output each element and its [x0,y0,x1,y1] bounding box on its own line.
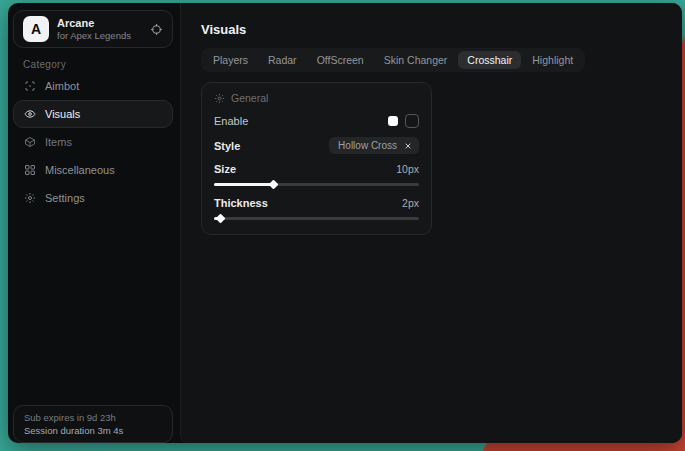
tab-highlight[interactable]: Highlight [523,51,582,69]
size-label: Size [214,163,236,175]
thickness-row: Thickness 2px [214,197,419,209]
sidebar-item-label: Miscellaneous [45,164,115,176]
general-panel-title: General [231,92,268,104]
sidebar-item-label: Settings [45,192,85,204]
size-row: Size 10px [214,163,419,175]
thickness-slider[interactable] [214,215,419,222]
tab-offscreen[interactable]: OffScreen [308,51,373,69]
enable-row: Enable [214,114,419,128]
slider-thumb[interactable] [269,180,279,190]
session-duration-text: Session duration 3m 4s [24,425,162,436]
app-title: Arcane [57,17,131,30]
tab-skin-changer[interactable]: Skin Changer [375,51,457,69]
gear-icon [214,93,225,104]
main-panel: Visuals Players Radar OffScreen Skin Cha… [180,3,682,443]
sidebar: A Arcane for Apex Legends Category Aimbo… [8,3,180,443]
sidebar-nav: Aimbot Visuals Items [13,72,173,212]
enable-checkbox[interactable] [405,114,419,128]
enable-label: Enable [214,115,248,127]
tab-players[interactable]: Players [204,51,257,69]
gear-icon [24,192,36,204]
sidebar-item-visuals[interactable]: Visuals [13,100,173,128]
page-title: Visuals [201,22,246,37]
slider-track [214,217,419,220]
slider-thumb[interactable] [216,214,226,224]
sidebar-item-miscellaneous[interactable]: Miscellaneous [13,156,173,184]
sub-expires-text: Sub expires in 9d 23h [24,412,162,423]
subscription-card: Sub expires in 9d 23h Session duration 3… [13,405,173,443]
slider-fill [214,183,273,186]
style-tag-value: Hollow Cross [338,140,397,151]
thickness-value: 2px [402,197,419,209]
target-icon[interactable] [150,23,163,36]
sidebar-item-items[interactable]: Items [13,128,173,156]
category-label: Category [23,59,66,70]
app-window: A Arcane for Apex Legends Category Aimbo… [8,3,682,443]
visuals-tabbar: Players Radar OffScreen Skin Changer Cro… [201,48,585,72]
app-logo: A [23,16,49,42]
tab-radar[interactable]: Radar [259,51,306,69]
app-subtitle: for Apex Legends [57,30,131,41]
box-icon [24,136,36,148]
crosshair-icon [24,80,36,92]
thickness-label: Thickness [214,197,268,209]
color-swatch[interactable] [388,116,398,126]
grid-icon [24,164,36,176]
sidebar-item-label: Aimbot [45,80,79,92]
brand-card: A Arcane for Apex Legends [13,10,173,48]
remove-icon[interactable] [404,142,412,150]
size-value: 10px [396,163,419,175]
general-panel: General Enable Style Hollow Cross [201,82,432,235]
size-slider[interactable] [214,181,419,188]
style-row: Style Hollow Cross [214,137,419,154]
sidebar-item-label: Items [45,136,72,148]
sidebar-item-label: Visuals [45,108,80,120]
style-tag[interactable]: Hollow Cross [329,137,419,154]
sidebar-item-aimbot[interactable]: Aimbot [13,72,173,100]
general-panel-header: General [214,92,419,104]
tab-crosshair[interactable]: Crosshair [458,51,521,69]
eye-icon [24,108,36,120]
sidebar-item-settings[interactable]: Settings [13,184,173,212]
style-label: Style [214,140,240,152]
